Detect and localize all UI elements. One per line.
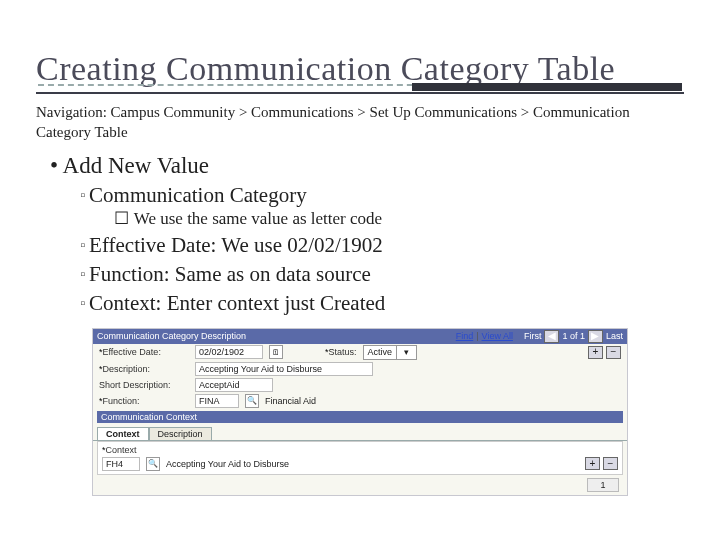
bullet-label: Context: — [89, 291, 161, 315]
bullet-list: Add New Value Communication Category We … — [50, 153, 720, 316]
context-header: Communication Context — [97, 411, 623, 423]
accent-bar — [412, 83, 682, 91]
effdate-input[interactable]: 02/02/1902 — [195, 345, 263, 359]
context-tabs: Context Description — [93, 427, 627, 441]
context-description: Accepting Your Aid to Disburse — [166, 459, 289, 469]
lookup-icon[interactable]: 🔍 — [146, 457, 160, 471]
bullet-add-new-value: Add New Value Communication Category We … — [50, 153, 720, 316]
view-all-link[interactable]: View All — [482, 331, 513, 341]
row-counter: 1 of 1 — [562, 331, 585, 341]
bullet-function: Function: Same as on data source — [80, 262, 720, 287]
first-label[interactable]: First — [524, 331, 542, 341]
form-body: Effective Date: 02/02/1902 🗓 Status: Act… — [93, 344, 627, 495]
next-icon[interactable]: ▶ — [588, 330, 603, 343]
tab-context[interactable]: Context — [97, 427, 149, 440]
bullet-comm-category: Communication Category We use the same v… — [80, 183, 720, 229]
context-input[interactable]: FH4 — [102, 457, 140, 471]
bullet-letter-code: We use the same value as letter code — [114, 208, 720, 229]
chevron-down-icon: ▾ — [396, 346, 416, 359]
function-input[interactable]: FINA — [195, 394, 239, 408]
bullet-label: Function: — [89, 262, 170, 286]
status-label: Status: — [325, 347, 357, 357]
bullet-effective-date: Effective Date: We use 02/02/1902 — [80, 233, 720, 258]
prev-icon[interactable]: ◀ — [544, 330, 559, 343]
function-text: Financial Aid — [265, 396, 316, 406]
description-input[interactable]: Accepting Your Aid to Disburse — [195, 362, 373, 376]
footer-counter[interactable]: 1 — [587, 478, 619, 492]
bullet-value: Enter context just Created — [161, 291, 385, 315]
bullet-value: We use 02/02/1902 — [216, 233, 383, 257]
delete-row-icon[interactable]: − — [606, 346, 621, 359]
breadcrumb: Navigation: Campus Community > Communica… — [36, 102, 684, 143]
status-value: Active — [364, 347, 397, 357]
bullet-text: Add New Value — [63, 153, 210, 178]
form-title: Communication Category Description — [97, 331, 246, 341]
shortdesc-input[interactable]: AcceptAid — [195, 378, 273, 392]
lookup-icon[interactable]: 🔍 — [245, 394, 259, 408]
last-label[interactable]: Last — [606, 331, 623, 341]
category-form: Communication Category Description Find … — [92, 328, 628, 496]
bullet-value: Same as on data source — [170, 262, 371, 286]
slide-top-rule — [0, 84, 720, 94]
bullet-text: Communication Category — [89, 183, 307, 207]
context-body: Context FH4 🔍 Accepting Your Aid to Disb… — [97, 441, 623, 475]
find-link[interactable]: Find — [456, 331, 474, 341]
shortdesc-label: Short Description: — [99, 380, 189, 390]
bullet-context: Context: Enter context just Created — [80, 291, 720, 316]
calendar-icon[interactable]: 🗓 — [269, 345, 283, 359]
delete-row-icon[interactable]: − — [603, 457, 618, 470]
description-label: Description: — [99, 364, 189, 374]
grid-navbar: Find | View All First ◀ 1 of 1 ▶ Last — [456, 330, 623, 343]
bullet-label: Effective Date: — [89, 233, 216, 257]
effdate-label: Effective Date: — [99, 347, 189, 357]
add-row-icon[interactable]: + — [588, 346, 603, 359]
add-row-icon[interactable]: + — [585, 457, 600, 470]
context-title: Communication Context — [101, 412, 197, 422]
function-label: Function: — [99, 396, 189, 406]
form-header: Communication Category Description Find … — [93, 329, 627, 344]
tab-description[interactable]: Description — [149, 427, 212, 440]
slide: Creating Communication Category Table Na… — [0, 50, 720, 540]
context-label: Context — [102, 445, 152, 455]
status-select[interactable]: Active ▾ — [363, 345, 418, 360]
bullet-text: We use the same value as letter code — [134, 209, 382, 228]
